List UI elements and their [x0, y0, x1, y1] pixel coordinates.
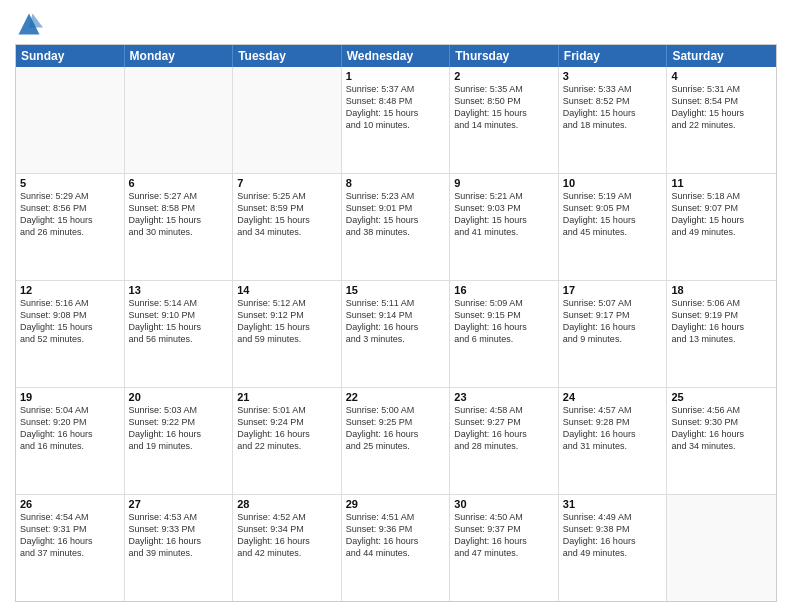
calendar-cell: 22Sunrise: 5:00 AM Sunset: 9:25 PM Dayli…	[342, 388, 451, 494]
day-number: 23	[454, 391, 554, 403]
calendar-cell: 27Sunrise: 4:53 AM Sunset: 9:33 PM Dayli…	[125, 495, 234, 601]
day-number: 18	[671, 284, 772, 296]
day-info: Sunrise: 5:06 AM Sunset: 9:19 PM Dayligh…	[671, 297, 772, 346]
calendar-cell: 28Sunrise: 4:52 AM Sunset: 9:34 PM Dayli…	[233, 495, 342, 601]
calendar-body: 1Sunrise: 5:37 AM Sunset: 8:48 PM Daylig…	[16, 67, 776, 601]
calendar-cell: 13Sunrise: 5:14 AM Sunset: 9:10 PM Dayli…	[125, 281, 234, 387]
calendar-cell: 31Sunrise: 4:49 AM Sunset: 9:38 PM Dayli…	[559, 495, 668, 601]
calendar-cell: 12Sunrise: 5:16 AM Sunset: 9:08 PM Dayli…	[16, 281, 125, 387]
day-info: Sunrise: 5:35 AM Sunset: 8:50 PM Dayligh…	[454, 83, 554, 132]
day-info: Sunrise: 5:18 AM Sunset: 9:07 PM Dayligh…	[671, 190, 772, 239]
logo	[15, 10, 47, 38]
day-number: 28	[237, 498, 337, 510]
day-info: Sunrise: 4:53 AM Sunset: 9:33 PM Dayligh…	[129, 511, 229, 560]
calendar: SundayMondayTuesdayWednesdayThursdayFrid…	[15, 44, 777, 602]
day-info: Sunrise: 5:01 AM Sunset: 9:24 PM Dayligh…	[237, 404, 337, 453]
calendar-header-sunday: Sunday	[16, 45, 125, 67]
day-number: 30	[454, 498, 554, 510]
calendar-cell: 26Sunrise: 4:54 AM Sunset: 9:31 PM Dayli…	[16, 495, 125, 601]
page: SundayMondayTuesdayWednesdayThursdayFrid…	[0, 0, 792, 612]
calendar-row-2: 12Sunrise: 5:16 AM Sunset: 9:08 PM Dayli…	[16, 280, 776, 387]
day-number: 29	[346, 498, 446, 510]
day-number: 3	[563, 70, 663, 82]
calendar-cell: 6Sunrise: 5:27 AM Sunset: 8:58 PM Daylig…	[125, 174, 234, 280]
calendar-cell: 29Sunrise: 4:51 AM Sunset: 9:36 PM Dayli…	[342, 495, 451, 601]
calendar-cell	[16, 67, 125, 173]
calendar-cell: 24Sunrise: 4:57 AM Sunset: 9:28 PM Dayli…	[559, 388, 668, 494]
calendar-cell: 19Sunrise: 5:04 AM Sunset: 9:20 PM Dayli…	[16, 388, 125, 494]
calendar-cell: 8Sunrise: 5:23 AM Sunset: 9:01 PM Daylig…	[342, 174, 451, 280]
calendar-header-monday: Monday	[125, 45, 234, 67]
day-info: Sunrise: 4:56 AM Sunset: 9:30 PM Dayligh…	[671, 404, 772, 453]
calendar-cell: 11Sunrise: 5:18 AM Sunset: 9:07 PM Dayli…	[667, 174, 776, 280]
day-info: Sunrise: 5:19 AM Sunset: 9:05 PM Dayligh…	[563, 190, 663, 239]
day-number: 31	[563, 498, 663, 510]
day-number: 19	[20, 391, 120, 403]
day-info: Sunrise: 5:03 AM Sunset: 9:22 PM Dayligh…	[129, 404, 229, 453]
day-number: 11	[671, 177, 772, 189]
calendar-cell: 17Sunrise: 5:07 AM Sunset: 9:17 PM Dayli…	[559, 281, 668, 387]
day-info: Sunrise: 5:16 AM Sunset: 9:08 PM Dayligh…	[20, 297, 120, 346]
calendar-row-1: 5Sunrise: 5:29 AM Sunset: 8:56 PM Daylig…	[16, 173, 776, 280]
calendar-cell: 3Sunrise: 5:33 AM Sunset: 8:52 PM Daylig…	[559, 67, 668, 173]
day-number: 24	[563, 391, 663, 403]
day-number: 25	[671, 391, 772, 403]
day-info: Sunrise: 5:12 AM Sunset: 9:12 PM Dayligh…	[237, 297, 337, 346]
day-number: 16	[454, 284, 554, 296]
calendar-cell: 1Sunrise: 5:37 AM Sunset: 8:48 PM Daylig…	[342, 67, 451, 173]
day-info: Sunrise: 5:07 AM Sunset: 9:17 PM Dayligh…	[563, 297, 663, 346]
calendar-cell	[233, 67, 342, 173]
day-number: 17	[563, 284, 663, 296]
day-number: 7	[237, 177, 337, 189]
calendar-cell: 4Sunrise: 5:31 AM Sunset: 8:54 PM Daylig…	[667, 67, 776, 173]
calendar-header-row: SundayMondayTuesdayWednesdayThursdayFrid…	[16, 45, 776, 67]
day-number: 26	[20, 498, 120, 510]
day-info: Sunrise: 5:09 AM Sunset: 9:15 PM Dayligh…	[454, 297, 554, 346]
header	[15, 10, 777, 38]
day-number: 14	[237, 284, 337, 296]
day-info: Sunrise: 5:31 AM Sunset: 8:54 PM Dayligh…	[671, 83, 772, 132]
day-info: Sunrise: 4:52 AM Sunset: 9:34 PM Dayligh…	[237, 511, 337, 560]
day-info: Sunrise: 5:14 AM Sunset: 9:10 PM Dayligh…	[129, 297, 229, 346]
calendar-cell: 2Sunrise: 5:35 AM Sunset: 8:50 PM Daylig…	[450, 67, 559, 173]
calendar-row-3: 19Sunrise: 5:04 AM Sunset: 9:20 PM Dayli…	[16, 387, 776, 494]
day-number: 13	[129, 284, 229, 296]
day-number: 4	[671, 70, 772, 82]
day-info: Sunrise: 5:11 AM Sunset: 9:14 PM Dayligh…	[346, 297, 446, 346]
day-number: 27	[129, 498, 229, 510]
day-info: Sunrise: 5:33 AM Sunset: 8:52 PM Dayligh…	[563, 83, 663, 132]
day-info: Sunrise: 4:58 AM Sunset: 9:27 PM Dayligh…	[454, 404, 554, 453]
day-info: Sunrise: 5:25 AM Sunset: 8:59 PM Dayligh…	[237, 190, 337, 239]
calendar-header-wednesday: Wednesday	[342, 45, 451, 67]
day-info: Sunrise: 5:00 AM Sunset: 9:25 PM Dayligh…	[346, 404, 446, 453]
calendar-cell: 23Sunrise: 4:58 AM Sunset: 9:27 PM Dayli…	[450, 388, 559, 494]
day-number: 6	[129, 177, 229, 189]
calendar-header-tuesday: Tuesday	[233, 45, 342, 67]
day-info: Sunrise: 4:49 AM Sunset: 9:38 PM Dayligh…	[563, 511, 663, 560]
day-info: Sunrise: 5:29 AM Sunset: 8:56 PM Dayligh…	[20, 190, 120, 239]
day-info: Sunrise: 5:37 AM Sunset: 8:48 PM Dayligh…	[346, 83, 446, 132]
day-number: 8	[346, 177, 446, 189]
day-number: 2	[454, 70, 554, 82]
calendar-header-friday: Friday	[559, 45, 668, 67]
calendar-cell: 21Sunrise: 5:01 AM Sunset: 9:24 PM Dayli…	[233, 388, 342, 494]
calendar-cell	[125, 67, 234, 173]
day-number: 21	[237, 391, 337, 403]
day-info: Sunrise: 5:23 AM Sunset: 9:01 PM Dayligh…	[346, 190, 446, 239]
calendar-row-4: 26Sunrise: 4:54 AM Sunset: 9:31 PM Dayli…	[16, 494, 776, 601]
day-info: Sunrise: 4:57 AM Sunset: 9:28 PM Dayligh…	[563, 404, 663, 453]
day-number: 22	[346, 391, 446, 403]
calendar-cell: 16Sunrise: 5:09 AM Sunset: 9:15 PM Dayli…	[450, 281, 559, 387]
calendar-cell	[667, 495, 776, 601]
day-number: 10	[563, 177, 663, 189]
calendar-header-thursday: Thursday	[450, 45, 559, 67]
day-number: 9	[454, 177, 554, 189]
logo-icon	[15, 10, 43, 38]
day-number: 1	[346, 70, 446, 82]
calendar-cell: 20Sunrise: 5:03 AM Sunset: 9:22 PM Dayli…	[125, 388, 234, 494]
day-info: Sunrise: 4:51 AM Sunset: 9:36 PM Dayligh…	[346, 511, 446, 560]
day-number: 20	[129, 391, 229, 403]
day-number: 12	[20, 284, 120, 296]
day-info: Sunrise: 4:50 AM Sunset: 9:37 PM Dayligh…	[454, 511, 554, 560]
calendar-cell: 30Sunrise: 4:50 AM Sunset: 9:37 PM Dayli…	[450, 495, 559, 601]
